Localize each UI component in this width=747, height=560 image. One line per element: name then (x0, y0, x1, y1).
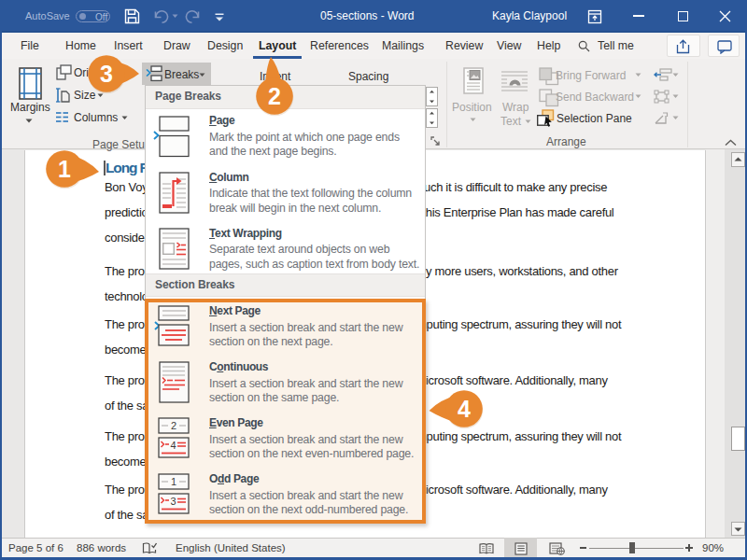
svg-text:3: 3 (100, 61, 113, 87)
svg-text:2: 2 (268, 83, 281, 109)
svg-text:4: 4 (458, 396, 471, 422)
svg-text:1: 1 (58, 156, 71, 182)
svg-text:2: 2 (171, 420, 176, 431)
svg-text:3: 3 (170, 496, 176, 507)
svg-text:4: 4 (170, 440, 176, 451)
svg-text:1: 1 (171, 476, 176, 487)
